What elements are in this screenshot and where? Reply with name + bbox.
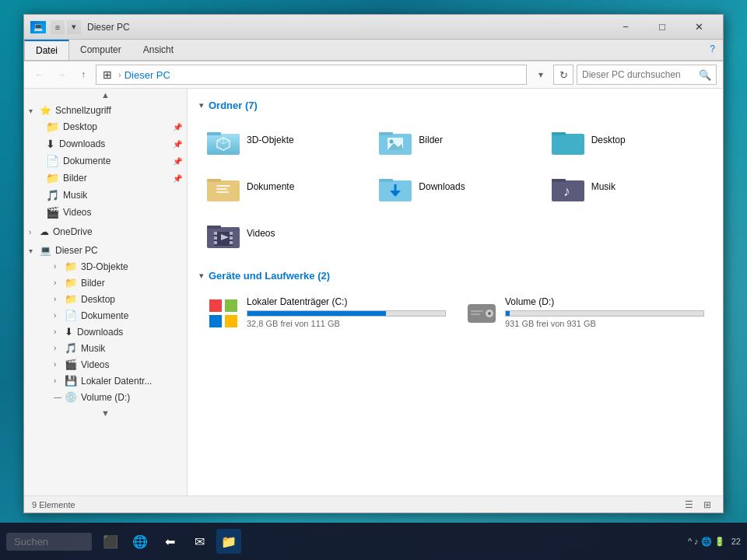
sidebar: ▲ ▾ ⭐ Schnellzugriff 📁 Desktop 📌 ⬇ Downl… (24, 89, 188, 495)
sidebar-onedrive-header[interactable]: › ☁ OneDrive (24, 224, 187, 240)
svg-rect-12 (552, 134, 584, 155)
up-button[interactable]: ↑ (74, 65, 93, 84)
taskbar-back-button[interactable]: ⬅ (157, 529, 182, 554)
taskbar-explorer-button[interactable]: 📁 (216, 529, 241, 554)
sidebar-item-desktop2[interactable]: › 📁 Desktop (24, 291, 187, 307)
search-icon[interactable]: 🔍 (699, 69, 711, 81)
svg-rect-30 (214, 236, 217, 240)
file-explorer-window: 💻 ≡ ▾ Dieser PC − □ ✕ Datei Computer Ans… (23, 14, 724, 513)
folders-section-title[interactable]: Ordner (7) (209, 100, 258, 111)
sidebar-section-onedrive: › ☁ OneDrive (24, 222, 187, 241)
taskbar-task-view-button[interactable]: ⬛ (98, 529, 123, 554)
svg-rect-33 (230, 236, 233, 240)
svg-rect-29 (214, 232, 217, 235)
download-icon: ⬇ (65, 326, 73, 338)
pin-icon: 📌 (173, 123, 182, 131)
folder-item-videos[interactable]: Videos (199, 214, 366, 254)
sidebar-item-bilder[interactable]: 📁 Bilder 📌 (24, 170, 187, 187)
details-view-button[interactable]: ☰ (681, 498, 696, 512)
cloud-icon: ☁ (40, 226, 49, 237)
drives-section-title[interactable]: Geräte und Laufwerke (2) (209, 270, 330, 282)
breadcrumb-bar[interactable]: ⊞ › Dieser PC (96, 65, 527, 85)
window-controls: − □ ✕ (608, 15, 717, 40)
folder-item-dokumente[interactable]: Dokumente (199, 167, 366, 208)
forward-button[interactable]: → (52, 65, 71, 84)
search-bar[interactable]: 🔍 (577, 65, 717, 85)
folder-musik-icon: ♪ (551, 173, 585, 202)
star-icon: ⭐ (40, 105, 51, 116)
folder-item-3dobjekte[interactable]: 3D-Objekte (199, 121, 366, 161)
sidebar-item-c-drive[interactable]: › 💾 Lokaler Datentr... (24, 373, 187, 389)
folder-item-musik[interactable]: ♪ Musik (544, 167, 711, 208)
sidebar-item-desktop[interactable]: 📁 Desktop 📌 (24, 118, 187, 135)
drive-d-size: 931 GB frei von 931 GB (505, 319, 704, 328)
pc-icon: 💻 (40, 245, 51, 256)
expand-arrow: › (54, 327, 65, 336)
minimize-button[interactable]: − (608, 15, 644, 40)
taskbar-edge-button[interactable]: 🌐 (128, 529, 153, 554)
svg-rect-27 (207, 226, 221, 229)
sidebar-item-downloads2[interactable]: › ⬇ Downloads (24, 324, 187, 340)
svg-text:♪: ♪ (563, 184, 570, 199)
svg-rect-15 (207, 179, 221, 182)
sidebar-item-musik2[interactable]: › 🎵 Musik (24, 340, 187, 356)
sidebar-item-dokumente2[interactable]: › 📄 Dokumente (24, 307, 187, 324)
sidebar-item-3dobjekte[interactable]: › 📁 3D-Objekte (24, 258, 187, 275)
drive-item-d[interactable]: Volume (D:) 931 GB frei von 931 GB (458, 291, 711, 336)
folder-desktop-label: Desktop (591, 135, 626, 147)
svg-rect-31 (214, 241, 217, 244)
sidebar-item-dokumente[interactable]: 📄 Dokumente 📌 (24, 152, 187, 170)
sidebar-item-downloads[interactable]: ⬇ Downloads 📌 (24, 135, 187, 152)
tiles-view-button[interactable]: ⊞ (700, 498, 715, 512)
sidebar-scroll-down[interactable]: ▼ (24, 407, 187, 419)
expand-arrow: › (29, 228, 40, 236)
close-button[interactable]: ✕ (681, 15, 717, 40)
sidebar-quickaccess-label: Schnellzugriff (55, 105, 111, 116)
sidebar-item-videos2[interactable]: › 🎬 Videos (24, 356, 187, 373)
maximize-button[interactable]: □ (644, 15, 680, 40)
sidebar-dieser-pc-header[interactable]: ▾ 💻 Dieser PC (24, 243, 187, 258)
breadcrumb-current[interactable]: Dieser PC (124, 69, 170, 81)
folder-icon: 📁 (46, 121, 59, 133)
folder-item-bilder[interactable]: Bilder (371, 121, 538, 161)
svg-rect-18 (216, 191, 229, 193)
svg-rect-37 (225, 299, 237, 312)
ribbon-help-button[interactable]: ? (702, 40, 723, 60)
tab-ansicht[interactable]: Ansicht (132, 40, 184, 60)
taskbar-tray-icons: ^ ♪ 🌐 🔋 (688, 537, 725, 547)
svg-rect-36 (209, 299, 222, 312)
taskbar-mail-button[interactable]: ✉ (187, 529, 212, 554)
svg-rect-13 (552, 132, 566, 135)
qat-properties-button[interactable]: ≡ (51, 20, 65, 34)
drive-c-bar-bg (247, 310, 446, 317)
qat-newdir-button[interactable]: ▾ (67, 20, 81, 34)
back-button[interactable]: ← (30, 65, 49, 84)
sidebar-item-d-drive[interactable]: — 💿 Volume (D:) (24, 389, 187, 405)
taskbar-system-tray: ^ ♪ 🌐 🔋 22 (688, 537, 741, 547)
tab-datei[interactable]: Datei (24, 40, 69, 60)
folder-item-desktop[interactable]: Desktop (544, 121, 711, 161)
taskbar-search-input[interactable] (6, 533, 92, 551)
folder-dokumente-label: Dokumente (247, 181, 294, 194)
svg-rect-20 (379, 179, 393, 182)
sidebar-quickaccess-header[interactable]: ▾ ⭐ Schnellzugriff (24, 103, 187, 118)
sidebar-item-videos[interactable]: 🎬 Videos (24, 204, 187, 221)
dropdown-button[interactable]: ▾ (531, 65, 550, 84)
sidebar-item-bilder2[interactable]: › 📁 Bilder (24, 275, 187, 291)
breadcrumb-separator: › (118, 70, 121, 79)
video-icon: 🎬 (46, 206, 59, 219)
tab-computer[interactable]: Computer (69, 40, 132, 60)
drive-item-c[interactable]: Lokaler Datenträger (C:) 32,8 GB frei vo… (199, 291, 453, 336)
folder-videos-label: Videos (247, 228, 275, 240)
folder-bilder-icon (378, 126, 412, 156)
document-icon: 📄 (65, 310, 77, 321)
search-input[interactable] (582, 69, 699, 80)
refresh-button[interactable]: ↻ (553, 65, 573, 85)
folder-item-downloads[interactable]: Downloads (371, 167, 538, 208)
sidebar-item-musik[interactable]: 🎵 Musik (24, 187, 187, 204)
svg-rect-43 (471, 310, 483, 312)
drives-chevron[interactable]: ▾ (199, 271, 204, 281)
sidebar-scroll-up[interactable]: ▲ (24, 89, 187, 101)
drive-c-label: Lokaler Datenträger (C:) (247, 296, 446, 307)
folders-chevron[interactable]: ▾ (199, 100, 204, 110)
